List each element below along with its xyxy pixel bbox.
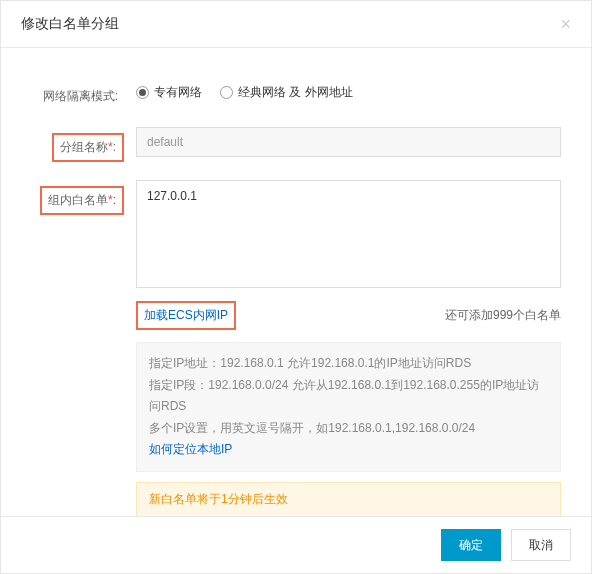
- load-ecs-ip-wrap: 加载ECS内网IP: [136, 301, 236, 330]
- quota-text: 还可添加999个白名单: [445, 307, 561, 324]
- close-icon[interactable]: ×: [560, 15, 571, 33]
- cancel-button[interactable]: 取消: [511, 529, 571, 561]
- help-line-1: 指定IP地址：192.168.0.1 允许192.168.0.1的IP地址访问R…: [149, 353, 548, 375]
- help-line-2: 指定IP段：192.168.0.0/24 允许从192.168.0.1到192.…: [149, 375, 548, 418]
- row-group-name: 分组名称*:: [31, 127, 561, 162]
- whitelist-textarea[interactable]: [136, 180, 561, 288]
- dialog-footer: 确定 取消: [1, 516, 591, 573]
- radio-classic-label: 经典网络 及 外网地址: [238, 84, 353, 101]
- load-ecs-ip-link[interactable]: 加载ECS内网IP: [144, 308, 228, 322]
- radio-vpc[interactable]: 专有网络: [136, 84, 202, 101]
- group-name-field: [136, 127, 561, 157]
- radio-icon: [220, 86, 233, 99]
- whitelist-field: 加载ECS内网IP 还可添加999个白名单 指定IP地址：192.168.0.1…: [136, 180, 561, 517]
- ok-button[interactable]: 确定: [441, 529, 501, 561]
- label-whitelist: 组内白名单*:: [31, 180, 136, 215]
- locate-local-ip-link[interactable]: 如何定位本地IP: [149, 439, 548, 461]
- label-group-name: 分组名称*:: [31, 127, 136, 162]
- radio-vpc-label: 专有网络: [154, 84, 202, 101]
- row-whitelist: 组内白名单*: 加载ECS内网IP 还可添加999个白名单 指定IP地址：192…: [31, 180, 561, 517]
- dialog-body: 网络隔离模式: 专有网络 经典网络 及 外网地址 分组名称*:: [1, 48, 591, 527]
- label-network-mode: 网络隔离模式:: [31, 78, 136, 109]
- radio-classic[interactable]: 经典网络 及 外网地址: [220, 84, 353, 101]
- link-row: 加载ECS内网IP 还可添加999个白名单: [136, 301, 561, 330]
- whitelist-dialog: 修改白名单分组 × 网络隔离模式: 专有网络 经典网络 及 外网地址: [0, 0, 592, 574]
- row-network-mode: 网络隔离模式: 专有网络 经典网络 及 外网地址: [31, 78, 561, 109]
- network-mode-radios: 专有网络 经典网络 及 外网地址: [136, 78, 561, 101]
- radio-icon: [136, 86, 149, 99]
- help-line-3: 多个IP设置，用英文逗号隔开，如192.168.0.1,192.168.0.0/…: [149, 418, 548, 440]
- group-name-input[interactable]: [136, 127, 561, 157]
- notice-box: 新白名单将于1分钟后生效: [136, 482, 561, 517]
- help-box: 指定IP地址：192.168.0.1 允许192.168.0.1的IP地址访问R…: [136, 342, 561, 472]
- dialog-title: 修改白名单分组: [21, 15, 119, 33]
- dialog-header: 修改白名单分组 ×: [1, 1, 591, 48]
